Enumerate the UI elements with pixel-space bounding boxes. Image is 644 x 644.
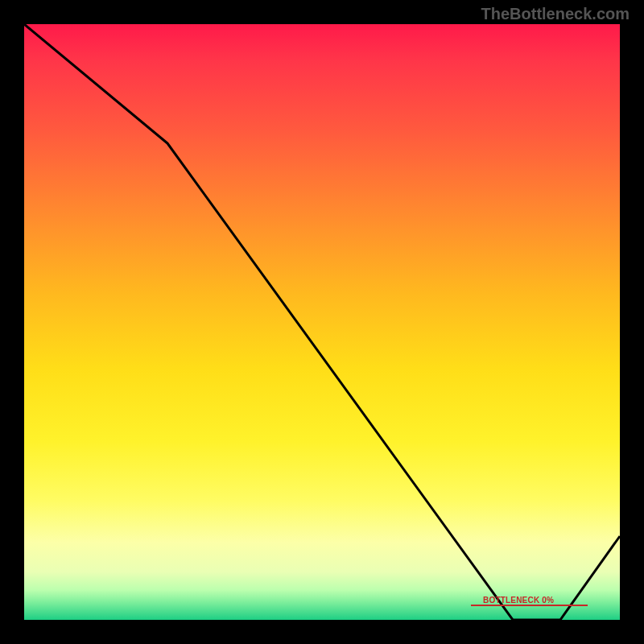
chart-line-layer [24,24,620,620]
watermark-text: TheBottleneck.com [481,5,630,23]
data-curve [24,24,620,620]
bottleneck-label: BOTTLENECK 0% [483,596,554,605]
chart-plot-area: BOTTLENECK 0% [24,24,620,620]
